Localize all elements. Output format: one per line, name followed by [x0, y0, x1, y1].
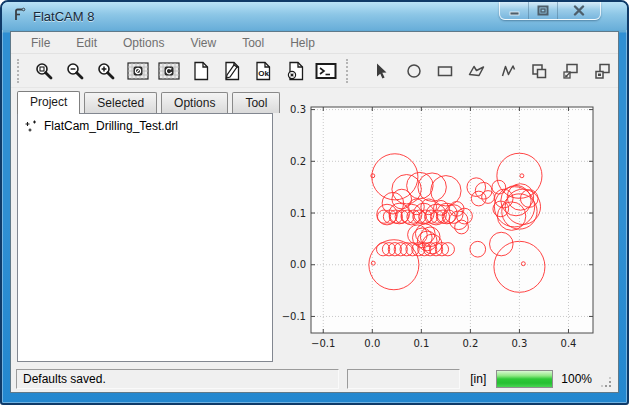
- svg-text:0.1: 0.1: [290, 208, 306, 219]
- zoom-fit-icon: [34, 61, 54, 81]
- plot-panel: −0.10.00.10.20.30.4−0.10.00.10.20.3: [273, 91, 618, 362]
- svg-text:0.2: 0.2: [462, 338, 478, 349]
- select-cursor-icon: [373, 62, 391, 80]
- progress-percent-label: 100%: [561, 372, 592, 386]
- tab-project[interactable]: Project: [17, 91, 80, 114]
- maximize-icon: [537, 5, 549, 16]
- svg-text:0.3: 0.3: [511, 338, 527, 349]
- add-path-button[interactable]: [494, 57, 521, 85]
- replot-button[interactable]: [156, 57, 183, 85]
- move-objects-button[interactable]: [557, 57, 584, 85]
- delete-icon: [285, 61, 305, 81]
- svg-text:Ok: Ok: [259, 69, 270, 78]
- left-panel: Project Selected Options Tool FlatCam_Dr…: [17, 91, 273, 362]
- svg-text:0.3: 0.3: [290, 104, 306, 115]
- editor-icon: [221, 61, 243, 81]
- toolbar-drag-handle[interactable]: [17, 59, 23, 83]
- tab-tool[interactable]: Tool: [232, 92, 280, 113]
- copy-objects-icon: [530, 62, 549, 80]
- clear-plot-button[interactable]: [124, 57, 151, 85]
- status-bar: Defaults saved. [in] 100%: [11, 366, 618, 392]
- drill-object-icon: [24, 119, 38, 133]
- flatcam-window: FlatCAM 8 File Edit: [0, 0, 629, 405]
- menu-file[interactable]: File: [23, 34, 58, 52]
- svg-text:0.0: 0.0: [290, 259, 306, 270]
- main-area: Project Selected Options Tool FlatCam_Dr…: [11, 88, 618, 366]
- window-title: FlatCAM 8: [33, 9, 94, 24]
- svg-text:0.0: 0.0: [364, 338, 380, 349]
- zoom-out-button[interactable]: [61, 57, 88, 85]
- shell-icon: [315, 62, 337, 80]
- units-label: [in]: [468, 372, 488, 386]
- select-tool-button[interactable]: [369, 57, 396, 85]
- rectangle-tool-icon: [436, 62, 454, 80]
- path-tool-icon: [499, 62, 518, 80]
- svg-text:−0.1: −0.1: [282, 311, 306, 322]
- zoom-in-icon: [96, 61, 116, 81]
- delete-object-button[interactable]: [281, 57, 308, 85]
- svg-text:−0.1: −0.1: [311, 338, 335, 349]
- svg-text:0.2: 0.2: [290, 156, 306, 167]
- menu-bar: File Edit Options View Tool Help: [11, 32, 618, 54]
- resize-grip[interactable]: [600, 376, 613, 389]
- zoom-fit-button[interactable]: [30, 57, 57, 85]
- minimize-icon: [509, 6, 520, 16]
- move-objects-icon: [561, 62, 580, 80]
- copy-geometry-icon: [593, 62, 612, 80]
- add-circle-button[interactable]: [400, 57, 427, 85]
- new-geometry-icon: [191, 61, 211, 81]
- clear-plot-icon: [127, 62, 149, 80]
- svg-text:0.4: 0.4: [561, 338, 577, 349]
- zoom-out-icon: [65, 61, 85, 81]
- menu-options[interactable]: Options: [115, 34, 172, 52]
- titlebar[interactable]: FlatCAM 8: [2, 2, 627, 30]
- menu-view[interactable]: View: [182, 34, 224, 52]
- window-controls: [499, 2, 601, 20]
- menu-help[interactable]: Help: [282, 34, 323, 52]
- new-blank-geometry-button[interactable]: [187, 57, 214, 85]
- client-area: File Edit Options View Tool Help: [10, 31, 619, 393]
- progress-bar: [496, 370, 553, 388]
- project-tree[interactable]: FlatCam_Drilling_Test.drl: [17, 113, 273, 362]
- tree-item-label: FlatCam_Drilling_Test.drl: [44, 119, 178, 133]
- maximize-button[interactable]: [529, 2, 558, 19]
- save-editor-icon: Ok: [253, 61, 273, 81]
- polygon-tool-icon: [467, 62, 486, 80]
- add-rectangle-button[interactable]: [432, 57, 459, 85]
- circle-tool-icon: [405, 62, 423, 80]
- copy-objects-button[interactable]: [526, 57, 553, 85]
- save-and-close-editor-button[interactable]: Ok: [250, 57, 277, 85]
- status-message: Defaults saved.: [16, 369, 339, 389]
- plot-canvas[interactable]: −0.10.00.10.20.30.4−0.10.00.10.20.3: [273, 97, 618, 355]
- menu-tool[interactable]: Tool: [234, 34, 272, 52]
- tree-item-drill-object[interactable]: FlatCam_Drilling_Test.drl: [18, 114, 272, 138]
- zoom-in-button[interactable]: [93, 57, 120, 85]
- minimize-button[interactable]: [500, 2, 529, 19]
- copy-geometry-button[interactable]: [589, 57, 616, 85]
- close-button[interactable]: [558, 2, 600, 19]
- app-icon: [12, 7, 27, 26]
- menu-edit[interactable]: Edit: [68, 34, 105, 52]
- status-selection-panel: [347, 369, 460, 389]
- tab-selected[interactable]: Selected: [84, 92, 157, 113]
- add-polygon-button[interactable]: [463, 57, 490, 85]
- replot-icon: [158, 62, 180, 80]
- tab-options[interactable]: Options: [161, 92, 228, 113]
- progress-fill: [497, 371, 552, 387]
- svg-text:0.1: 0.1: [413, 338, 429, 349]
- editor-button[interactable]: [218, 57, 245, 85]
- shell-button[interactable]: [313, 57, 340, 85]
- close-icon: [573, 5, 585, 16]
- toolbar-drag-handle-2[interactable]: [346, 59, 352, 83]
- toolbar: Ok: [11, 54, 618, 88]
- tab-bar: Project Selected Options Tool: [17, 91, 273, 113]
